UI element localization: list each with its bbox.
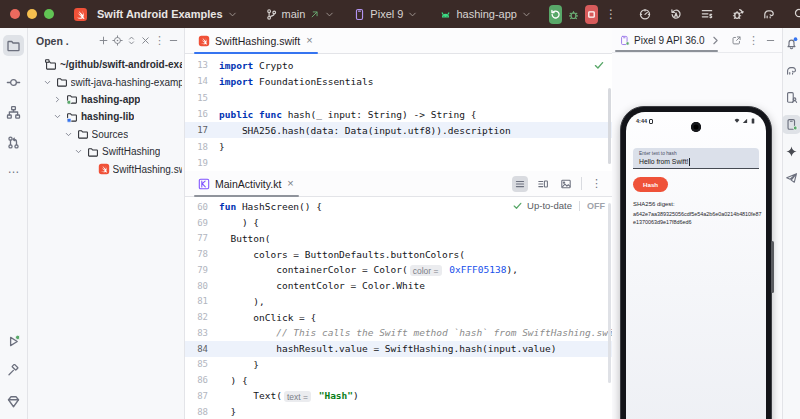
app-insights-button[interactable] [782, 169, 800, 188]
code-line[interactable]: 85 } [185, 357, 612, 373]
line-number[interactable]: 19 [185, 158, 219, 168]
line-number[interactable]: 88 [185, 407, 219, 417]
device-more-button[interactable]: ⋮ [747, 33, 760, 48]
line-number[interactable]: 80 [185, 281, 219, 291]
panel-more-button[interactable]: ⋮ [153, 33, 166, 48]
close-window-button[interactable] [10, 9, 20, 19]
tree-item[interactable]: Sources [28, 126, 184, 143]
debug-button[interactable] [567, 5, 580, 24]
code-view-button[interactable] [512, 176, 528, 192]
stop-button[interactable] [585, 5, 598, 24]
editor-more-button[interactable]: ⋮ [589, 175, 604, 192]
code-line[interactable]: 81 ), [185, 294, 612, 310]
gemini-button[interactable] [782, 142, 800, 161]
notifications-button[interactable] [782, 34, 800, 53]
code-line[interactable]: 77 Button( [185, 231, 612, 247]
swift-editor[interactable]: 13import Crypto14import FoundationEssent… [185, 54, 612, 171]
build-variants-button[interactable] [696, 5, 718, 23]
hash-text-field[interactable]: Enter text to hash Hello from Swift! [633, 148, 759, 169]
close-tab-icon[interactable]: × [286, 178, 294, 189]
line-number[interactable]: 60 [185, 202, 219, 212]
vcs-branch-selector[interactable]: main [261, 6, 340, 23]
tree-item[interactable]: hashing-lib [28, 108, 184, 125]
code-line[interactable]: 83 // This calls the Swift method `hash`… [185, 325, 612, 341]
code-line[interactable]: 17 SHA256.hash(data: Data(input.utf8)).d… [185, 122, 612, 138]
device-manager-button[interactable] [782, 88, 800, 107]
tree-item[interactable]: SwiftHashing [28, 143, 184, 160]
code-line[interactable]: 15 [185, 90, 612, 106]
minimize-window-button[interactable] [27, 9, 37, 19]
line-number[interactable]: 85 [185, 359, 219, 369]
run-tool-button[interactable] [3, 331, 24, 352]
code-line[interactable]: 82 onClick = { [185, 309, 612, 325]
project-tool-button[interactable] [3, 35, 24, 56]
tab-mainactivity-kt[interactable]: MainActivity.kt × [189, 171, 304, 196]
line-number[interactable]: 81 [185, 296, 219, 306]
phone-screen[interactable]: 4:44 Enter text to hash [626, 112, 766, 419]
rerun-button[interactable] [549, 5, 562, 24]
tree-item[interactable]: ~/github/swift-android-examples [28, 56, 184, 73]
apply-changes-button[interactable] [665, 5, 687, 23]
design-view-button[interactable] [558, 176, 574, 192]
line-number[interactable]: 82 [185, 312, 219, 322]
search-everywhere-button[interactable] [789, 5, 800, 23]
code-line[interactable]: 80 contentColor = Color.White [185, 278, 612, 294]
tree-chevron-down-icon[interactable] [73, 147, 84, 156]
line-number[interactable]: 18 [185, 142, 219, 152]
line-number[interactable]: 84 [185, 344, 219, 354]
code-line[interactable]: 79 containerColor = Color(color = 0xFFF0… [185, 262, 612, 278]
profiler-button[interactable] [634, 5, 656, 23]
code-line[interactable]: 78 colors = ButtonDefaults.buttonColors( [185, 246, 612, 262]
tree-item[interactable]: SwiftHashing.swift [28, 160, 184, 177]
expand-collapse-button[interactable] [125, 34, 138, 47]
line-number[interactable]: 87 [185, 391, 219, 401]
line-number[interactable]: 13 [185, 60, 219, 70]
editor2-scrollbar[interactable] [608, 203, 611, 383]
code-line[interactable]: 88 } [185, 404, 612, 419]
tree-chevron-down-icon[interactable] [52, 112, 63, 121]
hide-panel-button[interactable] [167, 34, 180, 47]
line-number[interactable]: 69 [185, 218, 219, 228]
chevron-right-icon[interactable] [709, 34, 722, 47]
kotlin-editor[interactable]: 60fun HashScreen() {69 ) {77 Button(78 c… [185, 197, 612, 419]
project-view-selector[interactable]: Open . [36, 35, 69, 47]
code-line[interactable]: 84 hashResult.value = SwiftHashing.hash(… [185, 341, 612, 357]
line-number[interactable]: 77 [185, 233, 219, 243]
zoom-window-button[interactable] [44, 9, 54, 19]
live-edit-toggle[interactable]: OFF [579, 201, 605, 211]
tree-chevron-right-icon[interactable] [52, 95, 63, 104]
hide-device-panel-button[interactable] [764, 34, 777, 47]
commit-tool-button[interactable] [3, 72, 24, 93]
tree-chevron-down-icon[interactable] [42, 78, 53, 87]
locate-file-button[interactable] [111, 34, 124, 47]
dependencies-tool-button[interactable] [3, 391, 24, 412]
collapse-all-button[interactable] [139, 34, 152, 47]
open-in-window-button[interactable] [730, 34, 743, 47]
running-devices-button[interactable] [782, 115, 800, 134]
device-tab-label[interactable]: Pixel 9 API 36.0 [634, 35, 705, 46]
tree-item[interactable]: hashing-app [28, 91, 184, 108]
line-number[interactable]: 86 [185, 375, 219, 385]
code-line[interactable]: 13import Crypto [185, 57, 612, 73]
line-number[interactable]: 79 [185, 265, 219, 275]
code-line[interactable]: 87 Text(text = "Hash") [185, 388, 612, 404]
code-line[interactable]: 16public func hash(_ input: String) -> S… [185, 106, 612, 122]
structure-tool-button[interactable] [3, 102, 24, 123]
line-number[interactable]: 78 [185, 249, 219, 259]
run-config-selector[interactable]: hashing-app [435, 6, 536, 23]
line-number[interactable]: 14 [185, 76, 219, 86]
editor1-scrollbar[interactable] [608, 88, 611, 164]
build-tool-button[interactable] [3, 361, 24, 382]
attach-debugger-button[interactable] [727, 5, 749, 23]
tab-swifthashing-swift[interactable]: SwiftHashing.swift × [189, 28, 323, 53]
vcs-tool-button[interactable] [3, 132, 24, 153]
split-view-button[interactable] [535, 176, 551, 192]
line-number[interactable]: 15 [185, 93, 219, 103]
tree-item[interactable]: swift-java-hashing-example [28, 73, 184, 90]
code-line[interactable]: 69 ) { [185, 215, 612, 231]
gradle-sync-button[interactable] [758, 5, 780, 23]
more-tools-button[interactable]: … [8, 162, 20, 176]
add-button[interactable] [97, 34, 110, 47]
gradle-tool-button[interactable] [782, 61, 800, 80]
close-tab-icon[interactable]: × [305, 35, 313, 46]
